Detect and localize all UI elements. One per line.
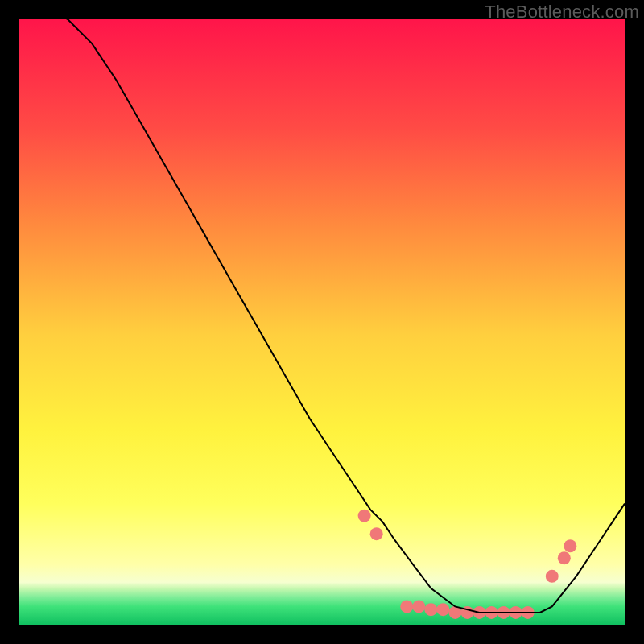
- marker-dot: [564, 539, 576, 552]
- marker-dot: [412, 600, 425, 613]
- marker-dot: [400, 600, 413, 613]
- marker-dot: [546, 570, 559, 583]
- marker-dot: [424, 603, 437, 616]
- chart-container: TheBottleneck.com: [0, 0, 644, 644]
- marker-dot: [436, 603, 449, 616]
- chart-svg: [19, 19, 625, 625]
- plot-area: [19, 19, 625, 625]
- gradient-background: [19, 19, 625, 625]
- marker-dot: [558, 551, 571, 564]
- marker-dot: [370, 527, 383, 540]
- marker-dot: [358, 510, 371, 522]
